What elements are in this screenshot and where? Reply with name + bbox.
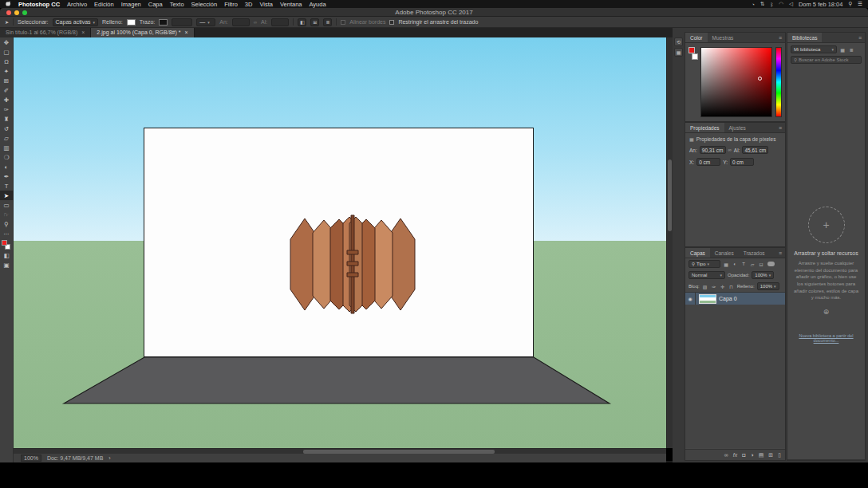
layer-name[interactable]: Capa 0 — [719, 296, 737, 301]
hue-slider[interactable] — [775, 47, 782, 117]
clone-stamp-tool[interactable]: ♜ — [0, 114, 14, 124]
menu-imagen[interactable]: Imagen — [121, 1, 141, 8]
color-picker-cursor[interactable] — [758, 77, 762, 81]
status-arrow-icon[interactable]: › — [108, 455, 110, 461]
filter-smart-object-icon[interactable]: ⊡ — [758, 262, 764, 267]
foreground-background-swatches[interactable] — [2, 240, 12, 250]
tab-canales[interactable]: Canales — [710, 248, 739, 258]
tab-trazados[interactable]: Trazados — [739, 248, 770, 258]
filter-shape-icon[interactable]: ▱ — [749, 262, 756, 267]
blur-tool[interactable]: ❍ — [0, 152, 14, 162]
delete-layer-icon[interactable]: ▯ — [778, 452, 781, 458]
path-align-icon[interactable]: ⊞ — [310, 18, 319, 26]
background-color-swatch[interactable] — [692, 53, 698, 60]
menu-3d[interactable]: 3D — [245, 1, 253, 8]
info-panel-icon[interactable]: ▦ — [674, 48, 683, 57]
tab-capas[interactable]: Capas — [685, 248, 710, 258]
brush-tool[interactable]: ✑ — [0, 104, 14, 114]
prop-y-field[interactable]: 0 cm — [730, 158, 754, 166]
menu-texto[interactable]: Texto — [170, 1, 184, 8]
menu-ventana[interactable]: Ventana — [280, 1, 302, 8]
saturation-brightness-picker[interactable] — [700, 47, 772, 117]
path-operations-icon[interactable]: ◧ — [298, 18, 306, 26]
stroke-swatch[interactable] — [159, 19, 168, 26]
document-tab-2jpg[interactable]: 2.jpg al 100% (Capa 0, RGB/8#) * × — [91, 28, 194, 37]
vertical-scrollbar[interactable] — [666, 37, 673, 448]
lock-all-icon[interactable]: ⊓ — [728, 284, 735, 289]
path-selection-tool[interactable]: ➤ — [0, 191, 14, 200]
filter-pixel-icon[interactable]: ▦ — [723, 262, 729, 267]
menu-capa[interactable]: Capa — [148, 1, 163, 8]
lasso-tool[interactable]: Ω — [0, 57, 14, 66]
quick-mask-icon[interactable]: ◧ — [0, 250, 14, 260]
close-tab-icon[interactable]: × — [184, 28, 187, 37]
link-dimensions-icon[interactable]: ∞ — [254, 20, 257, 25]
drop-target-circle[interactable]: + — [808, 207, 845, 243]
screen-mode-icon[interactable]: ▣ — [0, 260, 14, 270]
document-tab-untitled[interactable]: Sin título-1 al 66,7% (RGB/8) × — [0, 28, 91, 37]
opacity-field[interactable]: 100% ▾ — [752, 271, 774, 279]
shape-height-field[interactable] — [271, 18, 289, 26]
menu-archivo[interactable]: Archivo — [67, 1, 87, 8]
tab-muestras[interactable]: Muestras — [708, 33, 739, 42]
zoom-level-field[interactable]: 100% — [21, 455, 41, 462]
color-panel-swatches[interactable] — [688, 47, 700, 66]
path-arrange-icon[interactable]: ≣ — [323, 18, 332, 26]
blend-mode-dropdown[interactable]: Normal ▾ — [688, 271, 725, 279]
layer-style-icon[interactable]: fx — [733, 452, 737, 458]
select-mode-dropdown[interactable]: Capas activas ▾ — [53, 18, 98, 26]
prop-x-field[interactable]: 0 cm — [696, 158, 720, 166]
gradient-tool[interactable]: ▥ — [0, 143, 14, 152]
vertical-scrollbar-thumb[interactable] — [668, 159, 672, 231]
tab-propiedades[interactable]: Propiedades — [685, 123, 724, 132]
quick-selection-tool[interactable]: ✦ — [0, 66, 14, 76]
stock-search-input[interactable]: ⚲ Buscar en Adobe Stock — [791, 56, 862, 64]
menu-ayuda[interactable]: Ayuda — [309, 1, 326, 8]
foreground-color-swatch[interactable] — [688, 47, 695, 53]
wifi-icon[interactable]: ◠ — [779, 1, 783, 7]
hand-tool[interactable]: ☞ — [0, 210, 14, 219]
link-layers-icon[interactable]: ∞ — [724, 452, 728, 458]
tab-bibliotecas[interactable]: Bibliotecas — [787, 33, 822, 42]
horizontal-scrollbar[interactable] — [14, 448, 666, 454]
shape-width-field[interactable] — [232, 18, 250, 26]
menubar-app-name[interactable]: Photoshop CC — [18, 1, 60, 8]
eraser-tool[interactable]: ▱ — [0, 133, 14, 143]
new-layer-icon[interactable]: ⊞ — [768, 452, 773, 458]
align-edges-checkbox[interactable] — [341, 20, 345, 25]
list-view-icon[interactable]: ≣ — [848, 47, 854, 53]
filter-adjustment-icon[interactable]: ◐ — [732, 262, 738, 266]
filter-type-icon[interactable]: T — [740, 262, 747, 266]
layer-row-capa0[interactable]: ◉ Capa 0 — [685, 293, 785, 305]
menu-vista[interactable]: Vista — [259, 1, 273, 8]
stroke-style-dropdown[interactable]: — ▾ — [196, 18, 215, 26]
foreground-color-swatch[interactable] — [2, 240, 7, 246]
layer-filter-toggle[interactable] — [767, 262, 775, 266]
tool-preset-icon[interactable]: ➤ — [5, 19, 9, 25]
fill-swatch[interactable] — [127, 19, 136, 26]
stroke-width-field[interactable] — [172, 18, 192, 26]
group-layers-icon[interactable]: ▤ — [759, 452, 764, 458]
shape-tool[interactable]: ▭ — [0, 200, 14, 210]
close-tab-icon[interactable]: × — [81, 28, 85, 37]
bluetooth-icon[interactable]: ᛒ — [770, 2, 773, 7]
layer-filter-dropdown[interactable]: ⚲ Tipo ▾ — [688, 260, 720, 268]
layer-mask-icon[interactable]: ◘ — [742, 452, 745, 458]
prop-width-field[interactable]: 90,31 cm — [700, 146, 726, 154]
pen-tool[interactable]: ✒ — [0, 171, 14, 181]
move-tool[interactable]: ✥ — [0, 37, 14, 47]
menubar-clock[interactable]: Dom 5 feb 18:04 — [799, 1, 842, 8]
panel-menu-icon[interactable]: ≡ — [775, 123, 785, 132]
link-dimensions-icon[interactable]: ∞ — [728, 148, 732, 152]
display-icon[interactable]: ◔ — [752, 2, 755, 7]
notification-center-icon[interactable]: ☰ — [858, 1, 862, 7]
adjustment-layer-icon[interactable]: ◑ — [750, 452, 753, 458]
sync-icon[interactable]: ⇅ — [760, 1, 764, 7]
menu-filtro[interactable]: Filtro — [224, 1, 238, 8]
apple-menu[interactable] — [6, 1, 11, 7]
layer-thumbnail[interactable] — [699, 294, 716, 304]
panel-menu-icon[interactable]: ≡ — [775, 248, 785, 258]
history-brush-tool[interactable]: ↺ — [0, 124, 14, 133]
prop-height-field[interactable]: 45,61 cm — [742, 146, 768, 154]
edit-toolbar-icon[interactable]: ⋯ — [0, 229, 14, 238]
